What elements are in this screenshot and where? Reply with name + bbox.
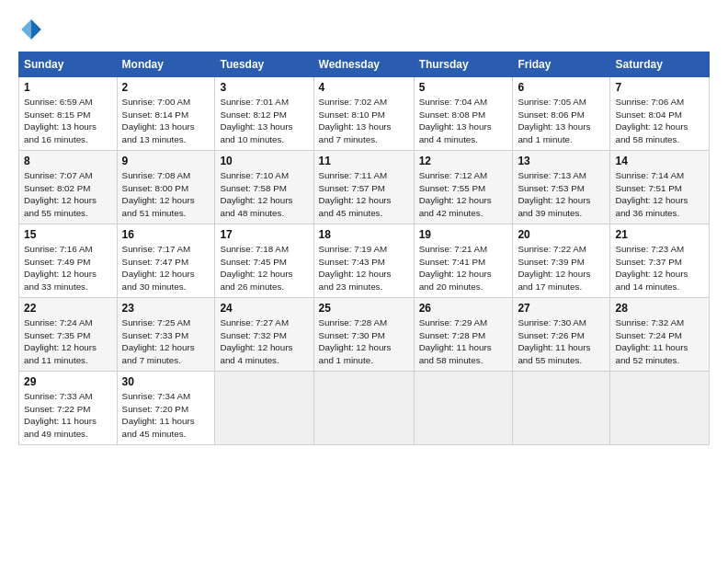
calendar-cell: 29Sunrise: 7:33 AM Sunset: 7:22 PM Dayli… [19,372,118,445]
day-number: 11 [319,155,409,167]
day-info: Sunrise: 7:04 AM Sunset: 8:08 PM Dayligh… [419,96,508,146]
calendar-cell: 13Sunrise: 7:13 AM Sunset: 7:53 PM Dayli… [513,151,610,224]
calendar-cell: 27Sunrise: 7:30 AM Sunset: 7:26 PM Dayli… [513,298,610,372]
calendar-cell: 10Sunrise: 7:10 AM Sunset: 7:58 PM Dayli… [215,151,313,224]
day-info: Sunrise: 7:27 AM Sunset: 7:32 PM Dayligh… [220,316,308,367]
weekday-header-row: SundayMondayTuesdayWednesdayThursdayFrid… [19,52,710,77]
page: SundayMondayTuesdayWednesdayThursdayFrid… [0,0,728,563]
weekday-header: Monday [117,52,215,77]
calendar-cell: 28Sunrise: 7:32 AM Sunset: 7:24 PM Dayli… [610,298,710,372]
calendar-cell: 7Sunrise: 7:06 AM Sunset: 8:04 PM Daylig… [610,77,710,151]
day-number: 14 [615,155,704,167]
day-info: Sunrise: 7:08 AM Sunset: 8:00 PM Dayligh… [122,169,210,220]
calendar-cell: 25Sunrise: 7:28 AM Sunset: 7:30 PM Dayli… [313,298,414,372]
day-info: Sunrise: 6:59 AM Sunset: 8:15 PM Dayligh… [24,96,112,146]
day-number: 17 [220,228,308,241]
calendar-cell: 11Sunrise: 7:11 AM Sunset: 7:57 PM Dayli… [313,151,414,224]
day-info: Sunrise: 7:16 AM Sunset: 7:49 PM Dayligh… [24,243,112,293]
calendar-cell: 5Sunrise: 7:04 AM Sunset: 8:08 PM Daylig… [414,77,513,151]
calendar-cell [215,372,313,445]
day-info: Sunrise: 7:34 AM Sunset: 7:20 PM Dayligh… [122,390,210,441]
calendar-week-row: 29Sunrise: 7:33 AM Sunset: 7:22 PM Dayli… [19,372,710,445]
day-number: 22 [24,302,112,315]
day-number: 28 [615,302,704,315]
weekday-header: Thursday [414,52,513,77]
logo [18,17,48,42]
day-number: 23 [122,302,210,315]
day-info: Sunrise: 7:33 AM Sunset: 7:22 PM Dayligh… [24,390,112,441]
day-number: 29 [24,375,112,388]
day-number: 9 [122,155,210,167]
header [18,17,710,42]
calendar: SundayMondayTuesdayWednesdayThursdayFrid… [18,52,710,445]
calendar-cell: 14Sunrise: 7:14 AM Sunset: 7:51 PM Dayli… [610,151,710,224]
logo-icon [18,17,44,42]
day-info: Sunrise: 7:32 AM Sunset: 7:24 PM Dayligh… [615,316,704,367]
day-info: Sunrise: 7:11 AM Sunset: 7:57 PM Dayligh… [319,169,409,220]
weekday-header: Tuesday [215,52,313,77]
calendar-cell: 15Sunrise: 7:16 AM Sunset: 7:49 PM Dayli… [19,224,118,298]
day-info: Sunrise: 7:02 AM Sunset: 8:10 PM Dayligh… [319,96,409,146]
day-number: 24 [220,302,308,315]
calendar-cell: 21Sunrise: 7:23 AM Sunset: 7:37 PM Dayli… [610,224,710,298]
calendar-cell: 18Sunrise: 7:19 AM Sunset: 7:43 PM Dayli… [313,224,414,298]
calendar-cell: 17Sunrise: 7:18 AM Sunset: 7:45 PM Dayli… [215,224,313,298]
day-number: 5 [419,81,508,94]
calendar-cell [610,372,710,445]
day-info: Sunrise: 7:13 AM Sunset: 7:53 PM Dayligh… [518,169,605,220]
day-info: Sunrise: 7:10 AM Sunset: 7:58 PM Dayligh… [220,169,308,220]
day-number: 16 [122,228,210,241]
day-number: 7 [615,81,704,94]
day-number: 6 [518,81,605,94]
day-info: Sunrise: 7:01 AM Sunset: 8:12 PM Dayligh… [220,96,308,146]
day-info: Sunrise: 7:23 AM Sunset: 7:37 PM Dayligh… [615,243,704,293]
weekday-header: Sunday [19,52,118,77]
day-number: 2 [122,81,210,94]
calendar-cell: 9Sunrise: 7:08 AM Sunset: 8:00 PM Daylig… [117,151,215,224]
calendar-cell: 6Sunrise: 7:05 AM Sunset: 8:06 PM Daylig… [513,77,610,151]
day-info: Sunrise: 7:22 AM Sunset: 7:39 PM Dayligh… [518,243,605,293]
day-number: 30 [122,375,210,388]
day-number: 19 [419,228,508,241]
day-number: 18 [319,228,409,241]
calendar-cell: 4Sunrise: 7:02 AM Sunset: 8:10 PM Daylig… [313,77,414,151]
day-info: Sunrise: 7:24 AM Sunset: 7:35 PM Dayligh… [24,316,112,367]
calendar-cell: 16Sunrise: 7:17 AM Sunset: 7:47 PM Dayli… [117,224,215,298]
day-number: 13 [518,155,605,167]
weekday-header: Saturday [610,52,710,77]
day-info: Sunrise: 7:07 AM Sunset: 8:02 PM Dayligh… [24,169,112,220]
day-number: 3 [220,81,308,94]
calendar-cell: 24Sunrise: 7:27 AM Sunset: 7:32 PM Dayli… [215,298,313,372]
calendar-cell [313,372,414,445]
day-info: Sunrise: 7:28 AM Sunset: 7:30 PM Dayligh… [319,316,409,367]
calendar-cell: 19Sunrise: 7:21 AM Sunset: 7:41 PM Dayli… [414,224,513,298]
calendar-cell: 26Sunrise: 7:29 AM Sunset: 7:28 PM Dayli… [414,298,513,372]
calendar-cell: 3Sunrise: 7:01 AM Sunset: 8:12 PM Daylig… [215,77,313,151]
calendar-cell [414,372,513,445]
weekday-header: Wednesday [313,52,414,77]
calendar-week-row: 22Sunrise: 7:24 AM Sunset: 7:35 PM Dayli… [19,298,710,372]
calendar-week-row: 15Sunrise: 7:16 AM Sunset: 7:49 PM Dayli… [19,224,710,298]
calendar-cell: 8Sunrise: 7:07 AM Sunset: 8:02 PM Daylig… [19,151,118,224]
day-number: 21 [615,228,704,241]
day-info: Sunrise: 7:25 AM Sunset: 7:33 PM Dayligh… [122,316,210,367]
calendar-cell: 20Sunrise: 7:22 AM Sunset: 7:39 PM Dayli… [513,224,610,298]
calendar-cell [513,372,610,445]
day-info: Sunrise: 7:29 AM Sunset: 7:28 PM Dayligh… [419,316,508,367]
calendar-cell: 2Sunrise: 7:00 AM Sunset: 8:14 PM Daylig… [117,77,215,151]
calendar-cell: 22Sunrise: 7:24 AM Sunset: 7:35 PM Dayli… [19,298,118,372]
day-number: 4 [319,81,409,94]
day-number: 26 [419,302,508,315]
day-number: 15 [24,228,112,241]
day-info: Sunrise: 7:18 AM Sunset: 7:45 PM Dayligh… [220,243,308,293]
day-number: 8 [24,155,112,167]
calendar-cell: 1Sunrise: 6:59 AM Sunset: 8:15 PM Daylig… [19,77,118,151]
calendar-cell: 23Sunrise: 7:25 AM Sunset: 7:33 PM Dayli… [117,298,215,372]
day-number: 12 [419,155,508,167]
calendar-cell: 12Sunrise: 7:12 AM Sunset: 7:55 PM Dayli… [414,151,513,224]
calendar-cell: 30Sunrise: 7:34 AM Sunset: 7:20 PM Dayli… [117,372,215,445]
day-number: 1 [24,81,112,94]
day-info: Sunrise: 7:05 AM Sunset: 8:06 PM Dayligh… [518,96,605,146]
day-number: 20 [518,228,605,241]
day-info: Sunrise: 7:17 AM Sunset: 7:47 PM Dayligh… [122,243,210,293]
